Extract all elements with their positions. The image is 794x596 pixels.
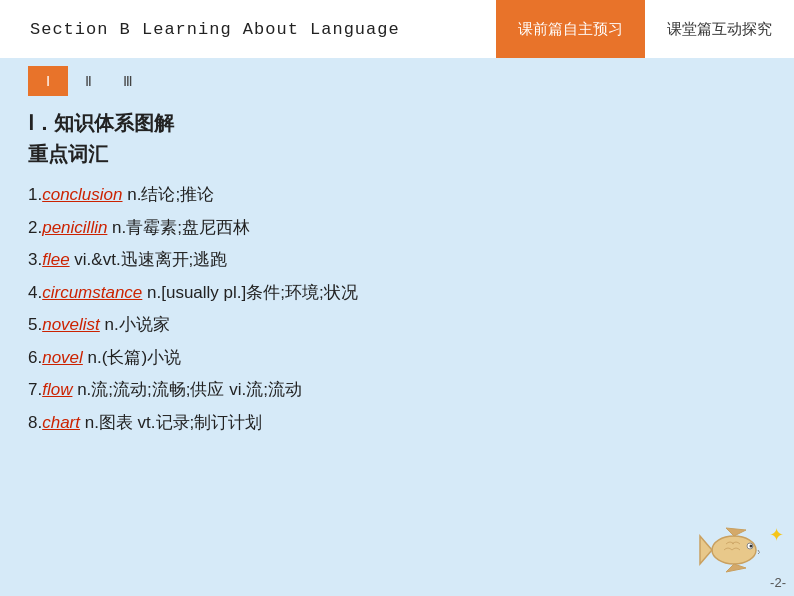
section-heading: Ⅰ．知识体系图解 — [28, 110, 764, 137]
vocab-def: n.(长篇)小说 — [83, 348, 181, 367]
main-content: Ⅰ．知识体系图解 重点词汇 1.conclusion n.结论;推论 2.pen… — [0, 96, 794, 452]
tab-bar: Ⅰ Ⅱ Ⅲ — [0, 58, 794, 96]
header: Section B Learning About Language 课前篇自主预… — [0, 0, 794, 58]
vocab-word: novelist — [42, 315, 100, 334]
vocab-heading: 重点词汇 — [28, 141, 764, 168]
page-number: -2- — [770, 575, 786, 590]
vocab-word: flee — [42, 250, 69, 269]
item-number: 1. — [28, 185, 42, 204]
list-item: 8.chart n.图表 vt.记录;制订计划 — [28, 410, 764, 436]
vocab-def: n.图表 vt.记录;制订计划 — [80, 413, 262, 432]
section-title-text: Section B Learning About Language — [30, 20, 400, 39]
svg-point-0 — [712, 536, 756, 564]
list-item: 6.novel n.(长篇)小说 — [28, 345, 764, 371]
header-title: Section B Learning About Language — [0, 0, 496, 58]
list-item: 4.circumstance n.[usually pl.]条件;环境;状况 — [28, 280, 764, 306]
svg-marker-3 — [726, 564, 746, 572]
item-number: 5. — [28, 315, 42, 334]
vocab-word: flow — [42, 380, 72, 399]
tab-preview-label: 课前篇自主预习 — [518, 20, 623, 39]
item-number: 8. — [28, 413, 42, 432]
vocab-def: n.[usually pl.]条件;环境;状况 — [142, 283, 357, 302]
item-number: 3. — [28, 250, 42, 269]
tab-i[interactable]: Ⅰ — [28, 66, 68, 96]
list-item: 1.conclusion n.结论;推论 — [28, 182, 764, 208]
tab-preview[interactable]: 课前篇自主预习 — [496, 0, 645, 58]
fish-icon — [696, 518, 776, 578]
list-item: 3.flee vi.&vt.迅速离开;逃跑 — [28, 247, 764, 273]
item-number: 2. — [28, 218, 42, 237]
vocab-def: n.青霉素;盘尼西林 — [107, 218, 250, 237]
item-number: 4. — [28, 283, 42, 302]
svg-point-5 — [750, 545, 753, 548]
star-decoration: ✦ — [769, 524, 784, 546]
svg-marker-1 — [700, 536, 712, 564]
vocab-word: penicillin — [42, 218, 107, 237]
vocab-list: 1.conclusion n.结论;推论 2.penicillin n.青霉素;… — [28, 182, 764, 435]
list-item: 5.novelist n.小说家 — [28, 312, 764, 338]
vocab-word: novel — [42, 348, 83, 367]
tab-iii[interactable]: Ⅲ — [108, 66, 148, 96]
vocab-def: n.小说家 — [100, 315, 170, 334]
vocab-def: vi.&vt.迅速离开;逃跑 — [70, 250, 228, 269]
vocab-def: n.流;流动;流畅;供应 vi.流;流动 — [72, 380, 302, 399]
item-number: 7. — [28, 380, 42, 399]
vocab-word: circumstance — [42, 283, 142, 302]
tab-explore-label: 课堂篇互动探究 — [667, 20, 772, 39]
vocab-word: conclusion — [42, 185, 122, 204]
item-number: 6. — [28, 348, 42, 367]
vocab-word: chart — [42, 413, 80, 432]
list-item: 2.penicillin n.青霉素;盘尼西林 — [28, 215, 764, 241]
tab-ii[interactable]: Ⅱ — [68, 66, 108, 96]
vocab-def: n.结论;推论 — [123, 185, 215, 204]
tab-explore[interactable]: 课堂篇互动探究 — [645, 0, 794, 58]
list-item: 7.flow n.流;流动;流畅;供应 vi.流;流动 — [28, 377, 764, 403]
svg-marker-2 — [726, 528, 746, 536]
